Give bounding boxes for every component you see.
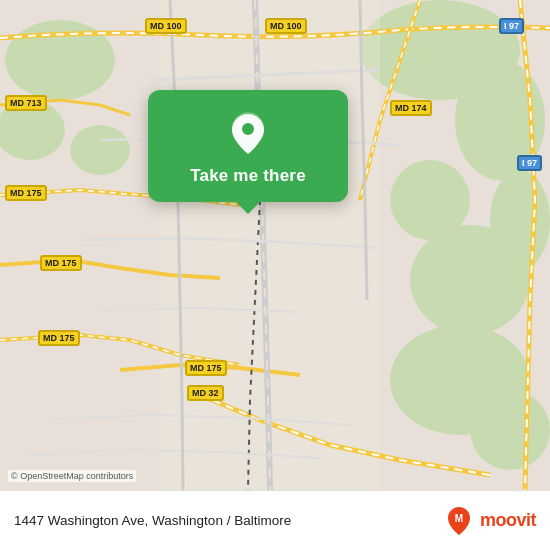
svg-point-3 (70, 125, 130, 175)
svg-point-8 (390, 160, 470, 240)
moovit-icon: M (443, 505, 475, 537)
road-badge-md175-2: MD 175 (40, 255, 82, 271)
bottom-bar: 1447 Washington Ave, Washington / Baltim… (0, 490, 550, 550)
svg-point-7 (410, 225, 530, 335)
moovit-logo: M moovit (443, 505, 536, 537)
road-badge-md175-3: MD 175 (38, 330, 80, 346)
road-badge-md100-1: MD 100 (145, 18, 187, 34)
svg-point-14 (242, 123, 254, 135)
svg-text:M: M (455, 513, 463, 524)
map-container: MD 100 MD 100 MD 174 MD 175 MD 175 MD 17… (0, 0, 550, 490)
take-me-there-label: Take me there (190, 166, 306, 186)
address-text: 1447 Washington Ave, Washington / Baltim… (14, 513, 443, 528)
location-pin-icon (224, 108, 272, 156)
road-badge-md175-1: MD 175 (5, 185, 47, 201)
map-roads-svg (0, 0, 550, 490)
map-attribution: © OpenStreetMap contributors (8, 470, 136, 482)
road-badge-i97-2: I 97 (517, 155, 542, 171)
take-me-there-button[interactable]: Take me there (148, 90, 348, 202)
svg-point-10 (470, 390, 550, 470)
road-badge-md100-2: MD 100 (265, 18, 307, 34)
moovit-text: moovit (480, 510, 536, 531)
road-badge-md174: MD 174 (390, 100, 432, 116)
road-badge-i97-1: I 97 (499, 18, 524, 34)
road-badge-md713: MD 713 (5, 95, 47, 111)
road-badge-md32: MD 32 (187, 385, 224, 401)
road-badge-md175-4: MD 175 (185, 360, 227, 376)
